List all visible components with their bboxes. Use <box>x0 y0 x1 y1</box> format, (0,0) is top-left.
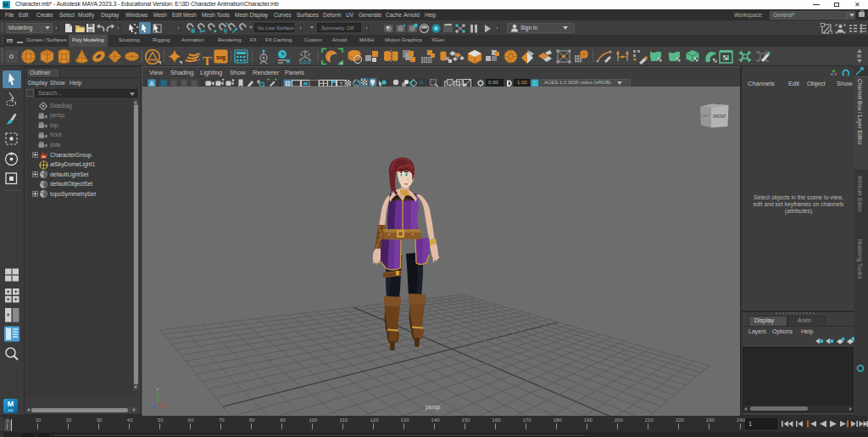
svg-text:0,0,0: 0,0,0 <box>299 59 311 64</box>
svg-text:Y: Y <box>156 387 159 392</box>
svg-text:FRONT: FRONT <box>713 115 726 119</box>
svg-text:svg: svg <box>216 53 225 60</box>
svg-text:T: T <box>339 81 342 87</box>
svg-text:A: A <box>150 80 154 86</box>
svg-text:LEFT: LEFT <box>702 114 710 118</box>
